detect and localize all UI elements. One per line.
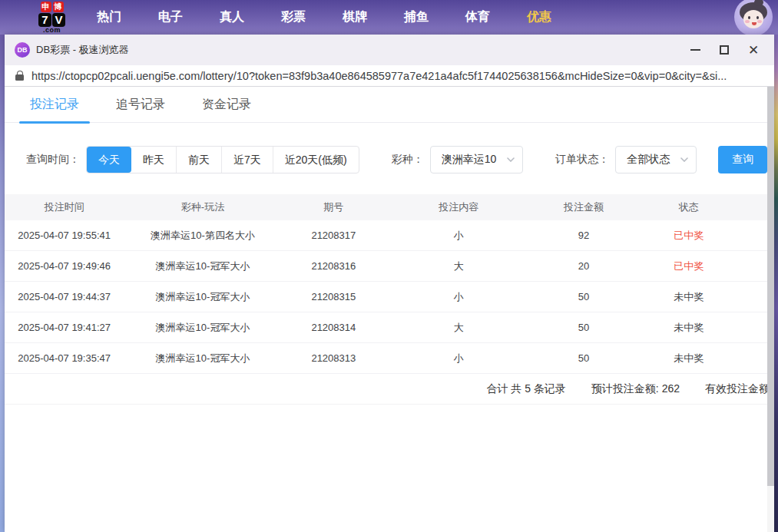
window-controls: ✕ (680, 38, 768, 61)
lottery-filter-label: 彩种： (392, 153, 424, 167)
app-icon: DB (15, 42, 30, 58)
time-option-today[interactable]: 今天 (87, 147, 131, 173)
search-button[interactable]: 查询 (718, 146, 767, 173)
summary-expected-amount: 预计投注金额: 262 (591, 382, 680, 396)
summary-valid-amount: 有效投注金额 (705, 382, 770, 396)
chevron-down-icon (507, 157, 515, 162)
table-row[interactable]: 2025-04-07 19:35:47 澳洲幸运10-冠军大小 21208313… (5, 343, 774, 374)
url-bar[interactable]: https://ctopcp02pcali.uengi5e.com/lotter… (5, 65, 774, 87)
logo-badge-2: 博 (53, 2, 64, 12)
nav-item-hot[interactable]: 热门 (86, 9, 132, 25)
user-avatar[interactable] (734, 0, 773, 35)
time-option-yesterday[interactable]: 昨天 (131, 147, 176, 173)
site-logo[interactable]: 申 博 7 V .com (38, 2, 65, 34)
col-game-play: 彩种-玩法 (124, 200, 281, 214)
lock-icon (15, 71, 24, 81)
url-text[interactable]: https://ctopcp02pcali.uengi5e.com/lotter… (31, 70, 727, 82)
tab-fund-records[interactable]: 资金记录 (191, 87, 262, 123)
tab-chase-records[interactable]: 追号记录 (105, 87, 176, 123)
nav-item-fishing[interactable]: 捕鱼 (393, 9, 439, 25)
logo-badge-1: 申 (41, 2, 51, 12)
table-row[interactable]: 2025-04-07 19:49:46 澳洲幸运10-冠军大小 21208316… (5, 251, 774, 282)
record-tabs: 投注记录 追号记录 资金记录 (5, 87, 774, 123)
chevron-down-icon (680, 157, 688, 162)
lottery-select[interactable]: 澳洲幸运10 (430, 146, 524, 173)
nav-item-slots[interactable]: 电子 (147, 9, 194, 25)
order-status-value: 全部状态 (627, 153, 670, 167)
page-content: 投注记录 追号记录 资金记录 查询时间： 今天 昨天 前天 近7天 近20天(低… (5, 87, 774, 532)
time-option-20days[interactable]: 近20天(低频) (273, 147, 359, 173)
col-bet-time: 投注时间 (5, 200, 124, 214)
status-badge: 未中奖 (636, 321, 742, 335)
tab-bet-records[interactable]: 投注记录 (19, 87, 90, 123)
time-range-group: 今天 昨天 前天 近7天 近20天(低频) (86, 146, 359, 173)
nav-item-sports[interactable]: 体育 (455, 9, 501, 25)
minimize-button[interactable] (680, 38, 710, 61)
time-filter-label: 查询时间： (26, 153, 80, 167)
nav-item-lottery[interactable]: 彩票 (270, 9, 316, 25)
time-option-day-before[interactable]: 前天 (176, 147, 221, 173)
status-badge: 未中奖 (636, 352, 742, 365)
close-button[interactable]: ✕ (739, 38, 768, 61)
nav-item-promo[interactable]: 优惠 (516, 9, 562, 25)
site-nav: 热门 电子 真人 彩票 棋牌 捕鱼 体育 优惠 (86, 9, 578, 25)
status-badge: 已中奖 (636, 229, 742, 243)
table-header: 投注时间 彩种-玩法 期号 投注内容 投注金额 状态 (5, 194, 774, 220)
browser-window: DB DB彩票 - 极速浏览器 ✕ https://ctopcp02pcali.… (5, 35, 774, 532)
window-title: DB彩票 - 极速浏览器 (36, 43, 129, 57)
col-issue: 期号 (282, 200, 386, 214)
logo-main: 7 V (38, 13, 65, 27)
col-bet-amount: 投注金额 (531, 200, 635, 214)
minimize-icon (690, 49, 700, 51)
logo-badges: 申 博 (41, 2, 64, 12)
table-row[interactable]: 2025-04-07 19:44:37 澳洲幸运10-冠军大小 21208315… (5, 282, 774, 312)
bet-records-table: 投注时间 彩种-玩法 期号 投注内容 投注金额 状态 2025-04-07 19… (5, 194, 774, 405)
status-filter-label: 订单状态： (555, 153, 609, 167)
screen: 申 博 7 V .com 热门 电子 真人 彩票 棋牌 捕鱼 体育 优惠 (0, 0, 778, 532)
status-badge: 已中奖 (636, 259, 742, 273)
avatar-face (743, 10, 763, 28)
window-titlebar[interactable]: DB DB彩票 - 极速浏览器 ✕ (5, 35, 774, 65)
desktop-edge-right (774, 35, 778, 532)
col-status: 状态 (636, 200, 742, 214)
status-badge: 未中奖 (636, 290, 742, 304)
nav-item-chess[interactable]: 棋牌 (332, 9, 378, 25)
filter-bar: 查询时间： 今天 昨天 前天 近7天 近20天(低频) 彩种： 澳洲幸运10 订… (26, 146, 774, 173)
table-row[interactable]: 2025-04-07 19:41:27 澳洲幸运10-冠军大小 21208314… (5, 312, 774, 343)
summary-total-count: 合计 共 5 条记录 (486, 382, 565, 396)
page-scrollbar[interactable] (767, 87, 774, 532)
close-icon: ✕ (748, 44, 759, 57)
maximize-icon (720, 45, 729, 55)
scrollbar-thumb[interactable] (767, 87, 774, 486)
order-status-select[interactable]: 全部状态 (615, 146, 697, 173)
logo-tile-7: 7 (38, 13, 51, 27)
logo-com-suffix: .com (43, 27, 61, 34)
table-summary: 合计 共 5 条记录 预计投注金额: 262 有效投注金额 (5, 374, 774, 405)
table-row[interactable]: 2025-04-07 19:55:41 澳洲幸运10-第四名大小 2120831… (5, 220, 774, 251)
time-option-7days[interactable]: 近7天 (221, 147, 273, 173)
col-bet-content: 投注内容 (386, 200, 531, 214)
logo-tile-v: V (52, 13, 65, 27)
lottery-select-value: 澳洲幸运10 (442, 153, 497, 167)
maximize-button[interactable] (710, 38, 739, 61)
site-topbar: 申 博 7 V .com 热门 电子 真人 彩票 棋牌 捕鱼 体育 优惠 (0, 0, 778, 35)
nav-item-live[interactable]: 真人 (209, 9, 255, 25)
